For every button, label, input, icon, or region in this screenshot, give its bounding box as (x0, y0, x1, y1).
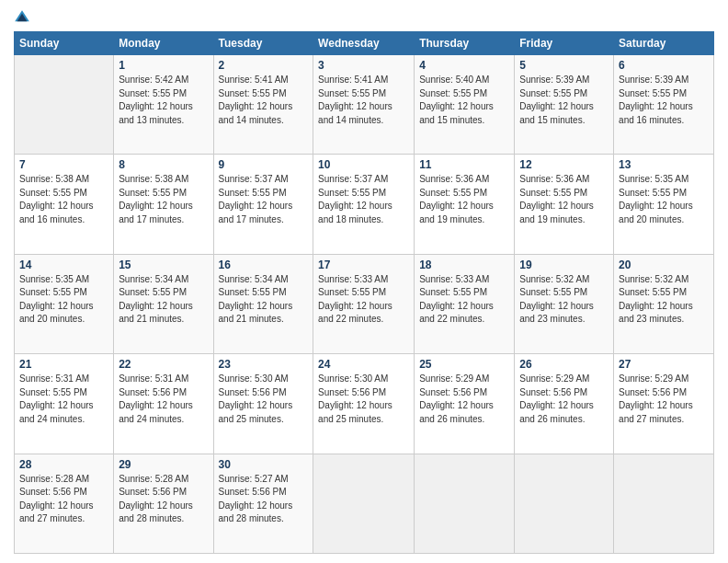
day-number: 24 (318, 358, 409, 371)
calendar-cell (313, 454, 415, 553)
day-number: 21 (19, 358, 108, 371)
day-info: Sunrise: 5:38 AMSunset: 5:55 PMDaylight:… (119, 173, 208, 226)
week-row-2: 7Sunrise: 5:38 AMSunset: 5:55 PMDaylight… (15, 155, 714, 254)
day-info: Sunrise: 5:41 AMSunset: 5:55 PMDaylight:… (318, 74, 409, 127)
day-number: 22 (119, 358, 208, 371)
calendar-cell: 5Sunrise: 5:39 AMSunset: 5:55 PMDaylight… (515, 55, 614, 155)
calendar-cell: 18Sunrise: 5:33 AMSunset: 5:55 PMDayligh… (415, 254, 515, 353)
day-number: 25 (419, 358, 509, 371)
day-number: 1 (119, 59, 208, 72)
header (14, 9, 714, 26)
week-row-3: 14Sunrise: 5:35 AMSunset: 5:55 PMDayligh… (15, 254, 714, 353)
weekday-header-friday: Friday (515, 32, 614, 55)
calendar-cell: 17Sunrise: 5:33 AMSunset: 5:55 PMDayligh… (313, 254, 415, 353)
day-info: Sunrise: 5:39 AMSunset: 5:55 PMDaylight:… (619, 74, 709, 127)
day-info: Sunrise: 5:37 AMSunset: 5:55 PMDaylight:… (318, 173, 409, 226)
day-info: Sunrise: 5:28 AMSunset: 5:56 PMDaylight:… (19, 473, 108, 526)
day-info: Sunrise: 5:29 AMSunset: 5:56 PMDaylight:… (519, 373, 609, 426)
calendar-cell: 10Sunrise: 5:37 AMSunset: 5:55 PMDayligh… (313, 155, 415, 254)
day-info: Sunrise: 5:32 AMSunset: 5:55 PMDaylight:… (619, 273, 709, 327)
day-info: Sunrise: 5:33 AMSunset: 5:55 PMDaylight:… (419, 273, 509, 327)
calendar-cell: 21Sunrise: 5:31 AMSunset: 5:55 PMDayligh… (15, 354, 114, 454)
day-info: Sunrise: 5:35 AMSunset: 5:55 PMDaylight:… (619, 173, 709, 226)
day-number: 20 (619, 259, 709, 271)
day-number: 28 (19, 458, 108, 471)
day-number: 5 (519, 59, 609, 72)
day-info: Sunrise: 5:27 AMSunset: 5:56 PMDaylight:… (219, 473, 309, 526)
day-number: 13 (619, 158, 709, 171)
weekday-header-sunday: Sunday (15, 32, 114, 55)
day-number: 6 (619, 59, 709, 72)
calendar-cell: 2Sunrise: 5:41 AMSunset: 5:55 PMDaylight… (213, 55, 313, 155)
calendar-cell: 8Sunrise: 5:38 AMSunset: 5:55 PMDaylight… (114, 155, 213, 254)
calendar-cell: 12Sunrise: 5:36 AMSunset: 5:55 PMDayligh… (515, 155, 614, 254)
day-number: 15 (119, 259, 208, 271)
logo (14, 9, 34, 26)
day-info: Sunrise: 5:31 AMSunset: 5:55 PMDaylight:… (19, 373, 108, 426)
calendar-table: SundayMondayTuesdayWednesdayThursdayFrid… (14, 31, 714, 554)
day-number: 17 (318, 259, 409, 271)
day-info: Sunrise: 5:36 AMSunset: 5:55 PMDaylight:… (519, 173, 609, 226)
weekday-header-row: SundayMondayTuesdayWednesdayThursdayFrid… (15, 32, 714, 55)
day-info: Sunrise: 5:33 AMSunset: 5:55 PMDaylight:… (318, 273, 409, 327)
day-info: Sunrise: 5:30 AMSunset: 5:56 PMDaylight:… (219, 373, 309, 426)
day-number: 14 (19, 259, 108, 271)
calendar-cell (614, 454, 714, 553)
calendar-cell (15, 55, 114, 155)
calendar-cell: 16Sunrise: 5:34 AMSunset: 5:55 PMDayligh… (213, 254, 313, 353)
day-info: Sunrise: 5:40 AMSunset: 5:55 PMDaylight:… (419, 74, 509, 127)
day-info: Sunrise: 5:31 AMSunset: 5:56 PMDaylight:… (119, 373, 208, 426)
calendar-cell: 25Sunrise: 5:29 AMSunset: 5:56 PMDayligh… (415, 354, 515, 454)
calendar-cell: 20Sunrise: 5:32 AMSunset: 5:55 PMDayligh… (614, 254, 714, 353)
day-number: 26 (519, 358, 609, 371)
calendar-cell: 24Sunrise: 5:30 AMSunset: 5:56 PMDayligh… (313, 354, 415, 454)
calendar-cell: 27Sunrise: 5:29 AMSunset: 5:56 PMDayligh… (614, 354, 714, 454)
calendar-cell: 30Sunrise: 5:27 AMSunset: 5:56 PMDayligh… (213, 454, 313, 553)
weekday-header-monday: Monday (114, 32, 213, 55)
day-number: 2 (219, 59, 309, 72)
calendar-cell: 6Sunrise: 5:39 AMSunset: 5:55 PMDaylight… (614, 55, 714, 155)
day-number: 4 (419, 59, 509, 72)
day-number: 29 (119, 458, 208, 471)
calendar-cell: 26Sunrise: 5:29 AMSunset: 5:56 PMDayligh… (515, 354, 614, 454)
day-info: Sunrise: 5:28 AMSunset: 5:56 PMDaylight:… (119, 473, 208, 526)
day-info: Sunrise: 5:29 AMSunset: 5:56 PMDaylight:… (419, 373, 509, 426)
calendar-cell: 7Sunrise: 5:38 AMSunset: 5:55 PMDaylight… (15, 155, 114, 254)
week-row-5: 28Sunrise: 5:28 AMSunset: 5:56 PMDayligh… (15, 454, 714, 553)
day-info: Sunrise: 5:37 AMSunset: 5:55 PMDaylight:… (219, 173, 309, 226)
calendar-cell: 4Sunrise: 5:40 AMSunset: 5:55 PMDaylight… (415, 55, 515, 155)
day-info: Sunrise: 5:32 AMSunset: 5:55 PMDaylight:… (519, 273, 609, 327)
calendar-cell: 11Sunrise: 5:36 AMSunset: 5:55 PMDayligh… (415, 155, 515, 254)
day-number: 9 (219, 158, 309, 171)
calendar-cell: 1Sunrise: 5:42 AMSunset: 5:55 PMDaylight… (114, 55, 213, 155)
day-number: 12 (519, 158, 609, 171)
calendar-cell (415, 454, 515, 553)
calendar-cell: 22Sunrise: 5:31 AMSunset: 5:56 PMDayligh… (114, 354, 213, 454)
day-number: 16 (219, 259, 309, 271)
logo-icon (14, 9, 30, 26)
day-number: 30 (219, 458, 309, 471)
calendar-cell: 3Sunrise: 5:41 AMSunset: 5:55 PMDaylight… (313, 55, 415, 155)
calendar-cell: 13Sunrise: 5:35 AMSunset: 5:55 PMDayligh… (614, 155, 714, 254)
day-info: Sunrise: 5:34 AMSunset: 5:55 PMDaylight:… (219, 273, 309, 327)
day-info: Sunrise: 5:35 AMSunset: 5:55 PMDaylight:… (19, 273, 108, 327)
calendar-cell: 29Sunrise: 5:28 AMSunset: 5:56 PMDayligh… (114, 454, 213, 553)
calendar-cell (515, 454, 614, 553)
day-info: Sunrise: 5:36 AMSunset: 5:55 PMDaylight:… (419, 173, 509, 226)
weekday-header-tuesday: Tuesday (213, 32, 313, 55)
calendar-cell: 28Sunrise: 5:28 AMSunset: 5:56 PMDayligh… (15, 454, 114, 553)
day-info: Sunrise: 5:41 AMSunset: 5:55 PMDaylight:… (219, 74, 309, 127)
day-info: Sunrise: 5:39 AMSunset: 5:55 PMDaylight:… (519, 74, 609, 127)
calendar-cell: 23Sunrise: 5:30 AMSunset: 5:56 PMDayligh… (213, 354, 313, 454)
day-number: 3 (318, 59, 409, 72)
day-info: Sunrise: 5:30 AMSunset: 5:56 PMDaylight:… (318, 373, 409, 426)
day-number: 8 (119, 158, 208, 171)
day-number: 7 (19, 158, 108, 171)
day-info: Sunrise: 5:34 AMSunset: 5:55 PMDaylight:… (119, 273, 208, 327)
calendar-cell: 9Sunrise: 5:37 AMSunset: 5:55 PMDaylight… (213, 155, 313, 254)
weekday-header-thursday: Thursday (415, 32, 515, 55)
day-number: 19 (519, 259, 609, 271)
calendar-cell: 14Sunrise: 5:35 AMSunset: 5:55 PMDayligh… (15, 254, 114, 353)
day-number: 27 (619, 358, 709, 371)
page: SundayMondayTuesdayWednesdayThursdayFrid… (0, 0, 728, 563)
